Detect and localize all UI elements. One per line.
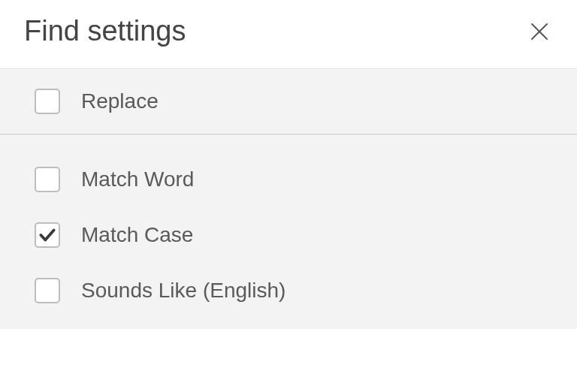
replace-row[interactable]: Replace <box>0 69 577 134</box>
sounds-like-row[interactable]: Sounds Like (English) <box>0 263 577 318</box>
match-case-checkbox[interactable] <box>35 222 60 248</box>
match-word-row[interactable]: Match Word <box>0 152 577 207</box>
dialog-title: Find settings <box>24 15 186 47</box>
close-button[interactable] <box>526 18 553 45</box>
checkmark-icon <box>38 225 57 245</box>
match-case-row[interactable]: Match Case <box>0 207 577 263</box>
match-word-label: Match Word <box>81 167 194 191</box>
close-icon <box>528 20 551 43</box>
match-case-label: Match Case <box>81 223 193 247</box>
replace-checkbox[interactable] <box>35 89 60 114</box>
replace-label: Replace <box>81 89 159 113</box>
match-word-checkbox[interactable] <box>35 167 60 192</box>
replace-section: Replace <box>0 68 577 134</box>
sounds-like-checkbox[interactable] <box>35 278 60 303</box>
options-section: Match Word Match Case Sounds Like (Engli… <box>0 134 577 329</box>
dialog-header: Find settings <box>0 0 577 68</box>
sounds-like-label: Sounds Like (English) <box>81 279 285 303</box>
